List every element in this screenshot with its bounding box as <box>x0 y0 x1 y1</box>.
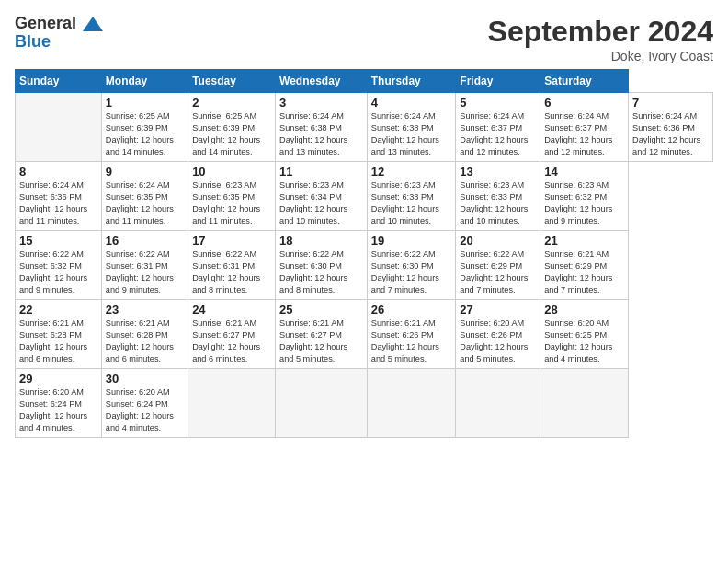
day-info: Sunrise: 6:21 AMSunset: 6:27 PMDaylight:… <box>279 318 347 363</box>
day-number: 15 <box>19 234 97 247</box>
day-number: 13 <box>460 165 536 178</box>
calendar: Sunday Monday Tuesday Wednesday Thursday… <box>15 69 713 438</box>
day-info: Sunrise: 6:24 AMSunset: 6:35 PMDaylight:… <box>106 180 174 225</box>
day-number: 23 <box>106 303 184 316</box>
calendar-cell <box>540 369 629 438</box>
col-monday: Monday <box>101 70 188 93</box>
day-number: 20 <box>460 234 536 247</box>
day-info: Sunrise: 6:20 AMSunset: 6:25 PMDaylight:… <box>544 318 612 363</box>
header-row: Sunday Monday Tuesday Wednesday Thursday… <box>16 70 713 93</box>
calendar-cell <box>188 369 276 438</box>
calendar-cell <box>16 93 102 162</box>
logo: General Blue <box>15 15 103 52</box>
calendar-cell: 1 Sunrise: 6:25 AMSunset: 6:39 PMDayligh… <box>101 93 188 162</box>
svg-marker-0 <box>83 17 103 31</box>
calendar-cell <box>276 369 368 438</box>
calendar-cell: 26 Sunrise: 6:21 AMSunset: 6:26 PMDaylig… <box>367 300 456 369</box>
calendar-body: 1 Sunrise: 6:25 AMSunset: 6:39 PMDayligh… <box>16 93 713 438</box>
calendar-cell: 6 Sunrise: 6:24 AMSunset: 6:37 PMDayligh… <box>540 93 629 162</box>
calendar-cell: 3 Sunrise: 6:24 AMSunset: 6:38 PMDayligh… <box>276 93 368 162</box>
day-number: 19 <box>371 234 452 247</box>
calendar-cell: 9 Sunrise: 6:24 AMSunset: 6:35 PMDayligh… <box>101 162 188 231</box>
calendar-cell: 7 Sunrise: 6:24 AMSunset: 6:36 PMDayligh… <box>629 93 713 162</box>
calendar-cell: 18 Sunrise: 6:22 AMSunset: 6:30 PMDaylig… <box>276 231 368 300</box>
day-number: 4 <box>371 96 452 109</box>
calendar-cell: 30 Sunrise: 6:20 AMSunset: 6:24 PMDaylig… <box>101 369 188 438</box>
day-number: 27 <box>460 303 536 316</box>
calendar-cell: 2 Sunrise: 6:25 AMSunset: 6:39 PMDayligh… <box>188 93 276 162</box>
calendar-cell: 20 Sunrise: 6:22 AMSunset: 6:29 PMDaylig… <box>456 231 540 300</box>
calendar-cell: 22 Sunrise: 6:21 AMSunset: 6:28 PMDaylig… <box>16 300 102 369</box>
day-info: Sunrise: 6:22 AMSunset: 6:29 PMDaylight:… <box>460 249 528 294</box>
week-row-3: 22 Sunrise: 6:21 AMSunset: 6:28 PMDaylig… <box>16 300 713 369</box>
calendar-cell: 25 Sunrise: 6:21 AMSunset: 6:27 PMDaylig… <box>276 300 368 369</box>
day-number: 6 <box>544 96 624 109</box>
week-row-4: 29 Sunrise: 6:20 AMSunset: 6:24 PMDaylig… <box>16 369 713 438</box>
logo-text: General <box>15 15 103 33</box>
calendar-cell: 4 Sunrise: 6:24 AMSunset: 6:38 PMDayligh… <box>367 93 456 162</box>
day-info: Sunrise: 6:25 AMSunset: 6:39 PMDaylight:… <box>192 111 260 156</box>
day-info: Sunrise: 6:23 AMSunset: 6:34 PMDaylight:… <box>279 180 347 225</box>
day-number: 29 <box>19 372 97 385</box>
day-number: 2 <box>192 96 271 109</box>
day-number: 30 <box>106 372 184 385</box>
calendar-cell: 12 Sunrise: 6:23 AMSunset: 6:33 PMDaylig… <box>367 162 456 231</box>
calendar-cell: 24 Sunrise: 6:21 AMSunset: 6:27 PMDaylig… <box>188 300 276 369</box>
day-info: Sunrise: 6:23 AMSunset: 6:33 PMDaylight:… <box>371 180 439 225</box>
calendar-header: Sunday Monday Tuesday Wednesday Thursday… <box>16 70 713 93</box>
calendar-cell: 15 Sunrise: 6:22 AMSunset: 6:32 PMDaylig… <box>16 231 102 300</box>
col-saturday: Saturday <box>540 70 629 93</box>
col-tuesday: Tuesday <box>188 70 276 93</box>
page: General Blue September 2024 Doke, Ivory … <box>0 0 728 563</box>
day-info: Sunrise: 6:23 AMSunset: 6:33 PMDaylight:… <box>460 180 528 225</box>
day-number: 1 <box>106 96 184 109</box>
day-info: Sunrise: 6:24 AMSunset: 6:37 PMDaylight:… <box>544 111 612 156</box>
day-info: Sunrise: 6:22 AMSunset: 6:32 PMDaylight:… <box>19 249 87 294</box>
day-number: 14 <box>544 165 624 178</box>
day-number: 24 <box>192 303 271 316</box>
calendar-cell: 17 Sunrise: 6:22 AMSunset: 6:31 PMDaylig… <box>188 231 276 300</box>
week-row-0: 1 Sunrise: 6:25 AMSunset: 6:39 PMDayligh… <box>16 93 713 162</box>
day-info: Sunrise: 6:24 AMSunset: 6:36 PMDaylight:… <box>632 111 700 156</box>
day-info: Sunrise: 6:20 AMSunset: 6:26 PMDaylight:… <box>460 318 528 363</box>
week-row-1: 8 Sunrise: 6:24 AMSunset: 6:36 PMDayligh… <box>16 162 713 231</box>
day-info: Sunrise: 6:21 AMSunset: 6:27 PMDaylight:… <box>192 318 260 363</box>
day-number: 9 <box>106 165 184 178</box>
calendar-cell: 27 Sunrise: 6:20 AMSunset: 6:26 PMDaylig… <box>456 300 540 369</box>
col-sunday: Sunday <box>16 70 102 93</box>
day-number: 16 <box>106 234 184 247</box>
day-number: 12 <box>371 165 452 178</box>
calendar-cell: 13 Sunrise: 6:23 AMSunset: 6:33 PMDaylig… <box>456 162 540 231</box>
title-area: September 2024 Doke, Ivory Coast <box>488 15 713 63</box>
day-number: 3 <box>279 96 363 109</box>
col-wednesday: Wednesday <box>276 70 368 93</box>
day-info: Sunrise: 6:23 AMSunset: 6:32 PMDaylight:… <box>544 180 612 225</box>
day-info: Sunrise: 6:22 AMSunset: 6:31 PMDaylight:… <box>106 249 174 294</box>
calendar-cell: 28 Sunrise: 6:20 AMSunset: 6:25 PMDaylig… <box>540 300 629 369</box>
calendar-cell: 23 Sunrise: 6:21 AMSunset: 6:28 PMDaylig… <box>101 300 188 369</box>
calendar-cell: 8 Sunrise: 6:24 AMSunset: 6:36 PMDayligh… <box>16 162 102 231</box>
day-info: Sunrise: 6:21 AMSunset: 6:28 PMDaylight:… <box>19 318 87 363</box>
logo-blue-text: Blue <box>15 33 51 52</box>
calendar-cell: 21 Sunrise: 6:21 AMSunset: 6:29 PMDaylig… <box>540 231 629 300</box>
header: General Blue September 2024 Doke, Ivory … <box>15 15 713 63</box>
day-info: Sunrise: 6:24 AMSunset: 6:36 PMDaylight:… <box>19 180 87 225</box>
day-number: 21 <box>544 234 624 247</box>
day-number: 11 <box>279 165 363 178</box>
day-info: Sunrise: 6:24 AMSunset: 6:38 PMDaylight:… <box>371 111 439 156</box>
day-info: Sunrise: 6:21 AMSunset: 6:28 PMDaylight:… <box>106 318 174 363</box>
calendar-cell: 29 Sunrise: 6:20 AMSunset: 6:24 PMDaylig… <box>16 369 102 438</box>
week-row-2: 15 Sunrise: 6:22 AMSunset: 6:32 PMDaylig… <box>16 231 713 300</box>
logo-icon <box>83 17 103 31</box>
calendar-cell: 19 Sunrise: 6:22 AMSunset: 6:30 PMDaylig… <box>367 231 456 300</box>
day-info: Sunrise: 6:23 AMSunset: 6:35 PMDaylight:… <box>192 180 260 225</box>
day-info: Sunrise: 6:24 AMSunset: 6:37 PMDaylight:… <box>460 111 528 156</box>
day-number: 10 <box>192 165 271 178</box>
calendar-cell: 5 Sunrise: 6:24 AMSunset: 6:37 PMDayligh… <box>456 93 540 162</box>
day-info: Sunrise: 6:20 AMSunset: 6:24 PMDaylight:… <box>106 387 174 432</box>
col-thursday: Thursday <box>367 70 456 93</box>
month-title: September 2024 <box>488 15 713 49</box>
calendar-cell: 14 Sunrise: 6:23 AMSunset: 6:32 PMDaylig… <box>540 162 629 231</box>
day-number: 28 <box>544 303 624 316</box>
calendar-cell <box>456 369 540 438</box>
